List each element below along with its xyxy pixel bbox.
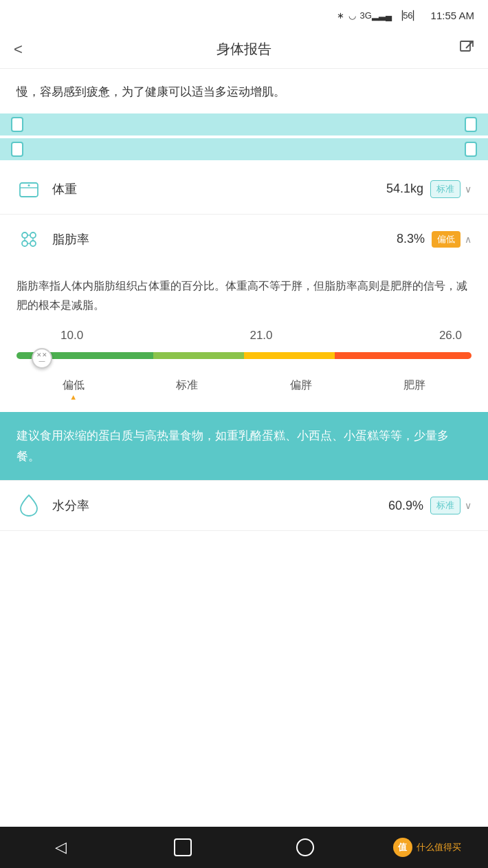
nav-circle[interactable] [244, 827, 366, 868]
svg-point-8 [30, 241, 36, 246]
nav-home-icon [174, 838, 192, 856]
page-title: 身体报告 [217, 40, 271, 58]
fat-expanded-section: 脂肪率指人体内脂肪组织占体重的百分比。体重高不等于胖，但脂肪率高则是肥胖的信号，… [0, 264, 488, 315]
fat-badge: 偏低 [432, 231, 461, 248]
fat-rate-row: 脂肪率 8.3% 偏低 ∧ [0, 215, 488, 264]
scale-numbers: 10.0 21.0 26.0 [16, 329, 472, 347]
status-icons: ∗ ◡ 3G▂▃▄ ▕56▏ 11:55 AM [337, 10, 474, 21]
scale-chart: 10.0 21.0 26.0 ✕✕— 偏低 ▲ 标准 偏胖 肥胖 [0, 329, 488, 412]
nav-home[interactable] [122, 827, 245, 868]
svg-point-6 [30, 232, 36, 238]
scale-arrow: ▲ [16, 393, 131, 401]
scale-num-3: 26.0 [439, 329, 462, 343]
water-badge: 标准 [430, 497, 461, 514]
back-button[interactable]: < [14, 41, 23, 58]
water-icon [16, 493, 41, 518]
water-rate-row: 水分率 60.9% 标准 ∨ [0, 480, 488, 531]
nav-brand-icon: 值 [393, 838, 412, 857]
weight-label: 体重 [52, 181, 386, 197]
scale-label-2: 标准 [131, 378, 245, 401]
fat-description: 脂肪率指人体内脂肪组织占体重的百分比。体重高不等于胖，但脂肪率高则是肥胖的信号，… [16, 276, 472, 315]
nav-back-icon: ◁ [55, 838, 67, 856]
water-value: 60.9% [388, 499, 423, 513]
svg-line-1 [466, 41, 473, 48]
water-label: 水分率 [52, 497, 388, 514]
weight-chevron[interactable]: ∨ [465, 184, 472, 195]
range-handle-right-2[interactable] [465, 142, 477, 157]
fat-label: 脂肪率 [52, 231, 397, 248]
nav-brand-text: 什么值得买 [417, 841, 461, 854]
nav-brand-container: 值 什么值得买 [393, 838, 461, 857]
content-area: 慢，容易感到疲惫，为了健康可以适当多运动增肌。 体重 54.1kg 标准 ∨ [0, 69, 488, 827]
signal-icon: 3G▂▃▄ [360, 10, 392, 21]
bluetooth-icon: ∗ [337, 10, 344, 21]
wifi-icon: ◡ [348, 10, 356, 21]
scale-label-1: 偏低 ▲ [16, 378, 131, 401]
scale-num-1: 10.0 [60, 329, 83, 343]
range-bar-2 [0, 138, 488, 160]
scale-bar [16, 352, 472, 359]
range-handle-right[interactable] [465, 117, 477, 132]
weight-icon [16, 177, 41, 202]
nav-back[interactable]: ◁ [0, 827, 122, 868]
clock: 11:55 AM [431, 10, 474, 21]
intro-text: 慢，容易感到疲惫，为了健康可以适当多运动增肌。 [0, 69, 488, 109]
battery-icon: ▕56▏ [396, 10, 419, 21]
fat-icon [16, 227, 41, 252]
range-handle-left[interactable] [11, 117, 23, 132]
scale-bar-container: ✕✕— [16, 347, 472, 371]
scale-label-3: 偏胖 [244, 378, 358, 401]
range-handle-left-2[interactable] [11, 142, 23, 157]
bottom-nav: ◁ 值 什么值得买 [0, 827, 488, 868]
nav-circle-icon [296, 838, 314, 856]
svg-point-5 [22, 232, 27, 238]
fat-value: 8.3% [397, 232, 425, 246]
weight-value: 54.1kg [386, 182, 423, 196]
scale-thumb: ✕✕— [32, 348, 52, 369]
range-bars [0, 113, 488, 160]
share-button[interactable] [459, 40, 474, 58]
weight-badge: 标准 [430, 180, 461, 198]
status-bar: ∗ ◡ 3G▂▃▄ ▕56▏ 11:55 AM [0, 0, 488, 30]
recommendation-box: 建议食用浓缩的蛋白质与高热量食物，如重乳酪蛋糕、小西点、小蛋糕等等，少量多餐。 [0, 412, 488, 481]
scale-labels: 偏低 ▲ 标准 偏胖 肥胖 [16, 378, 472, 401]
svg-point-7 [22, 241, 27, 246]
range-bar-1 [0, 113, 488, 135]
nav-brand[interactable]: 值 什么值得买 [366, 827, 489, 868]
scale-num-2: 21.0 [249, 329, 272, 343]
fat-chevron[interactable]: ∧ [465, 234, 472, 245]
svg-point-4 [28, 184, 30, 186]
scale-label-4: 肥胖 [358, 378, 472, 401]
water-chevron[interactable]: ∨ [465, 500, 472, 511]
header: < 身体报告 [0, 30, 488, 69]
weight-row: 体重 54.1kg 标准 ∨ [0, 164, 488, 215]
